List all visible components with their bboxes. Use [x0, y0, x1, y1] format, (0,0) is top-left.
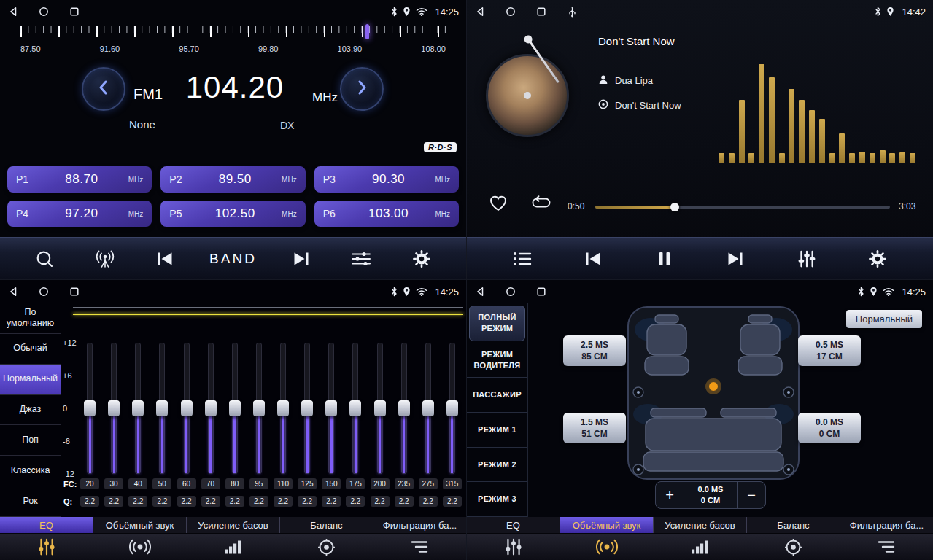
eq-slider-track[interactable]: [87, 343, 93, 474]
previous-station-icon[interactable]: [149, 243, 181, 275]
delay-front-left-button[interactable]: 2.5 MS 85 CM: [563, 335, 626, 366]
eq-preset-item[interactable]: Джаз: [0, 395, 61, 426]
frequency-scale[interactable]: 87.50 91.60 95.70 99.80 103.90 108.00: [20, 26, 446, 53]
tab-eq[interactable]: EQ: [467, 517, 560, 533]
preset-p1-button[interactable]: P188.70MHz: [7, 166, 152, 192]
home-button[interactable]: [505, 287, 516, 297]
eq-slider-track[interactable]: [401, 343, 407, 474]
bass-boost-icon[interactable]: [187, 534, 280, 560]
recents-button[interactable]: [69, 7, 80, 17]
tune-up-button[interactable]: [340, 67, 384, 111]
repeat-icon[interactable]: [531, 195, 551, 215]
recents-button[interactable]: [535, 7, 547, 17]
eq-slider-handle[interactable]: [253, 400, 265, 416]
playlist-icon[interactable]: [506, 243, 538, 275]
eq-slider-track[interactable]: [280, 343, 286, 474]
preset-p5-button[interactable]: P5102.50MHz: [160, 201, 305, 227]
delay-rear-left-button[interactable]: 1.5 MS 51 CM: [563, 413, 626, 443]
eq-preset-item[interactable]: Рок: [0, 486, 61, 517]
tab-surround-sound[interactable]: Объёмный звук: [93, 517, 187, 533]
tune-down-button[interactable]: [82, 67, 125, 111]
home-button[interactable]: [38, 7, 50, 17]
pause-icon[interactable]: [649, 243, 681, 275]
equalizer-icon[interactable]: [345, 243, 377, 275]
decrease-button[interactable]: −: [738, 482, 765, 508]
scan-search-icon[interactable]: [28, 243, 61, 275]
eq-slider-handle[interactable]: [84, 400, 96, 416]
listening-mode-item[interactable]: ПОЛНЫЙ РЕЖИМ: [469, 306, 525, 341]
eq-slider-handle[interactable]: [374, 400, 386, 416]
settings-gear-icon[interactable]: [862, 243, 894, 275]
crossover-filter-icon[interactable]: [840, 534, 933, 560]
tab-balance[interactable]: Баланс: [280, 517, 373, 533]
tab-surround-sound[interactable]: Объёмный звук: [560, 517, 654, 533]
settings-gear-icon[interactable]: [406, 243, 438, 275]
tab-crossover-filter[interactable]: Фильтрация ба...: [373, 517, 466, 533]
tab-bass-boost[interactable]: Усиление басов: [654, 517, 747, 533]
delay-front-right-button[interactable]: 0.5 MS 17 CM: [798, 335, 861, 366]
eq-slider-handle[interactable]: [446, 400, 458, 416]
eq-preset-item[interactable]: Обычай: [0, 334, 61, 365]
delay-rear-right-button[interactable]: 0.0 MS 0 CM: [798, 413, 861, 443]
back-button[interactable]: [474, 7, 486, 17]
surround-sound-icon[interactable]: [560, 534, 654, 560]
back-button[interactable]: [474, 287, 486, 297]
preset-p6-button[interactable]: P6103.00MHz: [314, 201, 459, 227]
listening-mode-item[interactable]: РЕЖИМ 2: [467, 448, 527, 483]
eq-slider-handle[interactable]: [229, 400, 241, 416]
balance-icon[interactable]: [279, 534, 373, 560]
eq-slider-handle[interactable]: [349, 400, 361, 416]
eq-slider-handle[interactable]: [205, 400, 217, 416]
recents-button[interactable]: [535, 287, 547, 297]
increase-button[interactable]: +: [656, 482, 684, 508]
band-button[interactable]: BAND: [209, 251, 257, 267]
eq-slider-handle[interactable]: [156, 400, 168, 416]
bass-boost-icon[interactable]: [654, 534, 747, 560]
eq-slider-track[interactable]: [111, 343, 117, 474]
frequency-pointer[interactable]: [365, 24, 369, 39]
equalizer-icon[interactable]: [791, 243, 823, 275]
previous-track-icon[interactable]: [577, 243, 609, 275]
preset-p3-button[interactable]: P390.30MHz: [314, 166, 459, 192]
progress-knob[interactable]: [670, 203, 679, 211]
listening-mode-item[interactable]: РЕЖИМ ВОДИТЕЛЯ: [467, 343, 527, 378]
eq-slider-track[interactable]: [352, 343, 358, 474]
progress-bar[interactable]: [595, 206, 890, 209]
eq-preset-item[interactable]: Поп: [0, 425, 61, 456]
eq-slider-track[interactable]: [304, 343, 310, 474]
eq-slider-track[interactable]: [328, 343, 334, 474]
next-station-icon[interactable]: [285, 243, 317, 275]
eq-slider-handle[interactable]: [301, 400, 313, 416]
eq-slider-handle[interactable]: [277, 400, 289, 416]
eq-preset-item[interactable]: Классика: [0, 456, 61, 486]
eq-slider-track[interactable]: [377, 343, 383, 474]
eq-bands-icon[interactable]: [0, 534, 93, 560]
tab-crossover-filter[interactable]: Фильтрация ба...: [840, 517, 933, 533]
broadcast-antenna-icon[interactable]: [89, 243, 121, 275]
favorite-heart-icon[interactable]: [489, 194, 508, 214]
tab-balance[interactable]: Баланс: [747, 517, 840, 533]
listening-mode-item[interactable]: ПАССАЖИР: [467, 378, 527, 413]
home-button[interactable]: [38, 287, 50, 297]
crossover-filter-icon[interactable]: [373, 534, 466, 560]
balance-icon[interactable]: [746, 534, 840, 560]
eq-slider-track[interactable]: [449, 343, 455, 474]
surround-sound-icon[interactable]: [93, 534, 187, 560]
eq-slider-handle[interactable]: [325, 400, 337, 416]
home-button[interactable]: [505, 7, 516, 17]
tab-eq[interactable]: EQ: [0, 517, 93, 533]
listening-mode-item[interactable]: РЕЖИМ 1: [467, 413, 527, 448]
recents-button[interactable]: [69, 287, 80, 297]
tab-bass-boost[interactable]: Усиление басов: [187, 517, 280, 533]
eq-slider-track[interactable]: [159, 343, 165, 474]
eq-bands-icon[interactable]: [467, 534, 560, 560]
album-art[interactable]: [486, 54, 569, 137]
back-button[interactable]: [7, 7, 19, 17]
eq-slider-handle[interactable]: [422, 400, 434, 416]
preset-p4-button[interactable]: P497.20MHz: [7, 201, 152, 227]
eq-profile-button[interactable]: Нормальный: [846, 310, 922, 328]
eq-slider-handle[interactable]: [181, 400, 193, 416]
eq-slider-track[interactable]: [232, 343, 238, 474]
eq-slider-track[interactable]: [256, 343, 262, 474]
eq-slider-track[interactable]: [208, 343, 214, 474]
